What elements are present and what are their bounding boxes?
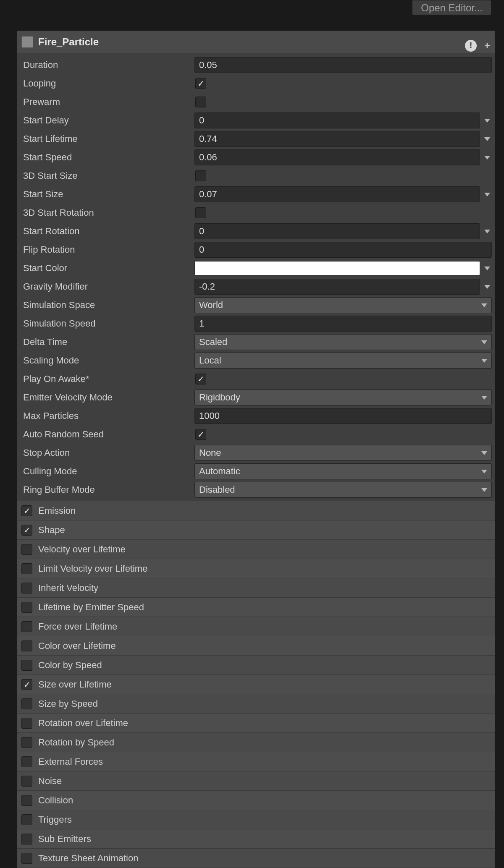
prop-label: Delta Time: [21, 337, 194, 348]
ring-buffer-mode-dropdown[interactable]: Disabled: [194, 482, 492, 498]
module-row[interactable]: Collision: [17, 791, 495, 810]
chevron-down-icon: [481, 470, 487, 473]
module-checkbox[interactable]: [21, 814, 32, 825]
info-icon[interactable]: !: [465, 40, 477, 52]
module-row[interactable]: ✓ Emission: [17, 501, 495, 520]
delta-time-dropdown[interactable]: Scaled: [194, 334, 492, 350]
chevron-down-icon[interactable]: [483, 156, 492, 159]
module-label: Sub Emitters: [38, 834, 91, 844]
3d-start-size-checkbox[interactable]: [195, 170, 206, 181]
module-checkbox[interactable]: ✓: [21, 525, 32, 536]
prop-label: Flip Rotation: [21, 244, 194, 255]
prop-label: 3D Start Size: [21, 170, 194, 181]
prop-label: Simulation Speed: [21, 318, 194, 329]
prop-label: Simulation Space: [21, 300, 194, 311]
module-row[interactable]: Noise: [17, 771, 495, 791]
module-row[interactable]: Sub Emitters: [17, 829, 495, 849]
emitter-velocity-mode-dropdown[interactable]: Rigidbody: [194, 390, 492, 405]
duration-input[interactable]: 0.05: [194, 57, 492, 73]
simulation-speed-input[interactable]: 1: [194, 316, 492, 332]
module-checkbox[interactable]: [21, 621, 32, 632]
start-delay-input[interactable]: 0: [194, 112, 480, 128]
culling-mode-dropdown[interactable]: Automatic: [194, 463, 492, 479]
stop-action-dropdown[interactable]: None: [194, 445, 492, 461]
module-label: External Forces: [38, 756, 103, 767]
chevron-down-icon: [481, 340, 487, 344]
module-row[interactable]: External Forces: [17, 752, 495, 771]
module-checkbox[interactable]: [21, 756, 32, 767]
play-on-awake-checkbox[interactable]: ✓: [195, 374, 206, 384]
module-label: Color over Lifetime: [38, 641, 116, 651]
simulation-space-dropdown[interactable]: World: [194, 297, 492, 313]
3d-start-rotation-checkbox[interactable]: [195, 207, 206, 218]
add-module-icon[interactable]: +: [484, 40, 490, 52]
module-row[interactable]: Texture Sheet Animation: [17, 849, 495, 868]
flip-rotation-input[interactable]: 0: [194, 242, 492, 258]
scaling-mode-dropdown[interactable]: Local: [194, 353, 492, 369]
module-label: Size over Lifetime: [38, 679, 112, 690]
prop-label: Prewarm: [21, 97, 194, 107]
looping-checkbox[interactable]: ✓: [195, 78, 206, 89]
module-row[interactable]: ✓ Shape: [17, 520, 495, 540]
max-particles-input[interactable]: 1000: [194, 408, 492, 424]
module-checkbox[interactable]: [21, 698, 32, 709]
prewarm-checkbox[interactable]: [195, 97, 206, 107]
module-checkbox[interactable]: [21, 718, 32, 729]
prop-label: Stop Action: [21, 447, 194, 458]
module-label: Rotation by Speed: [38, 737, 114, 748]
auto-random-seed-checkbox[interactable]: ✓: [195, 429, 206, 440]
module-label: Inherit Velocity: [38, 583, 98, 593]
prop-label: Start Size: [21, 189, 194, 200]
module-checkbox[interactable]: [21, 853, 32, 864]
start-lifetime-input[interactable]: 0.74: [194, 131, 480, 147]
chevron-down-icon[interactable]: [483, 285, 492, 289]
chevron-down-icon[interactable]: [483, 137, 492, 141]
module-checkbox[interactable]: [21, 660, 32, 671]
module-row[interactable]: ✓ Size over Lifetime: [17, 675, 495, 694]
chevron-down-icon[interactable]: [483, 119, 492, 123]
module-row[interactable]: Force over Lifetime: [17, 617, 495, 636]
module-row[interactable]: Color by Speed: [17, 656, 495, 675]
module-checkbox[interactable]: [21, 602, 32, 613]
module-row[interactable]: Velocity over Lifetime: [17, 540, 495, 559]
module-row[interactable]: Color over Lifetime: [17, 636, 495, 656]
chevron-down-icon[interactable]: [483, 193, 492, 196]
module-checkbox[interactable]: [21, 563, 32, 574]
open-editor-button[interactable]: Open Editor...: [412, 0, 491, 15]
prop-label: Culling Mode: [21, 466, 194, 477]
module-checkbox[interactable]: [21, 776, 32, 787]
prop-label: Start Lifetime: [21, 133, 194, 144]
chevron-down-icon: [481, 396, 487, 400]
prop-label: Scaling Mode: [21, 355, 194, 366]
prop-label: Play On Awake*: [21, 374, 194, 384]
prop-label: 3D Start Rotation: [21, 207, 194, 218]
gravity-modifier-input[interactable]: -0.2: [194, 279, 480, 295]
module-checkbox[interactable]: ✓: [21, 505, 32, 516]
module-row[interactable]: Inherit Velocity: [17, 578, 495, 598]
start-rotation-input[interactable]: 0: [194, 223, 480, 239]
module-checkbox[interactable]: [21, 834, 32, 844]
module-row[interactable]: Rotation by Speed: [17, 733, 495, 752]
module-label: Lifetime by Emitter Speed: [38, 602, 144, 613]
start-color-colorfield[interactable]: [194, 261, 480, 275]
module-row[interactable]: Rotation over Lifetime: [17, 714, 495, 733]
module-label: Shape: [38, 525, 65, 536]
module-header[interactable]: Fire_Particle ! +: [17, 31, 495, 53]
module-row[interactable]: Lifetime by Emitter Speed: [17, 598, 495, 617]
module-checkbox[interactable]: [21, 544, 32, 555]
module-checkbox[interactable]: [21, 737, 32, 748]
module-row[interactable]: Limit Velocity over Lifetime: [17, 559, 495, 578]
module-row[interactable]: Size by Speed: [17, 694, 495, 714]
prop-label: Start Color: [21, 263, 194, 274]
chevron-down-icon[interactable]: [483, 267, 492, 270]
module-checkbox[interactable]: ✓: [21, 679, 32, 690]
module-checkbox[interactable]: [21, 583, 32, 593]
module-label: Triggers: [38, 814, 72, 825]
module-row[interactable]: Triggers: [17, 810, 495, 829]
chevron-down-icon[interactable]: [483, 230, 492, 233]
start-size-input[interactable]: 0.07: [194, 186, 480, 202]
prop-label: Gravity Modifier: [21, 281, 194, 292]
start-speed-input[interactable]: 0.06: [194, 149, 480, 165]
module-checkbox[interactable]: [21, 795, 32, 806]
module-checkbox[interactable]: [21, 641, 32, 651]
